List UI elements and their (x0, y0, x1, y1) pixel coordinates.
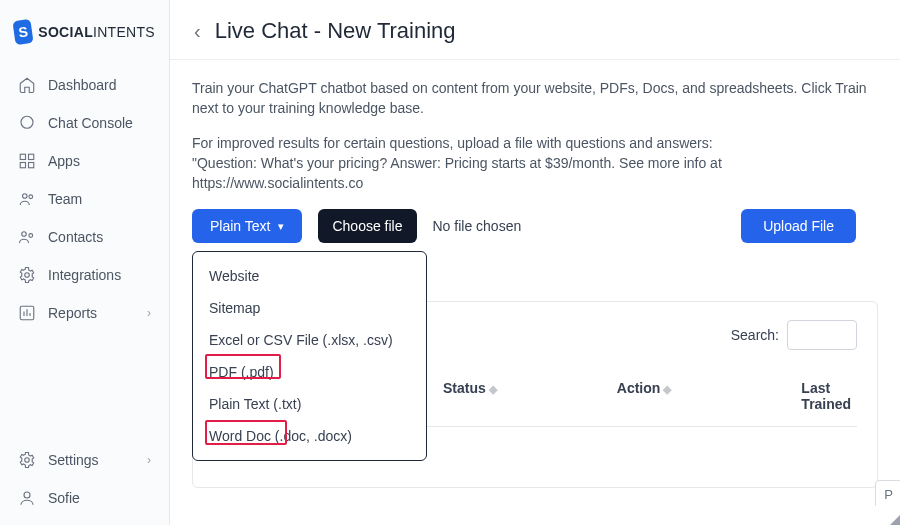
table-header-status[interactable]: Status◆ (443, 380, 497, 412)
search-input[interactable] (787, 320, 857, 350)
sidebar-item-label: Chat Console (48, 115, 133, 131)
svg-point-12 (24, 492, 30, 498)
dropdown-item-sitemap[interactable]: Sitemap (193, 292, 426, 324)
sort-icon: ◆ (489, 383, 497, 395)
svg-point-9 (25, 273, 30, 278)
sidebar-item-integrations[interactable]: Integrations (8, 258, 161, 292)
logo[interactable]: S SOCIALINTENTS (0, 0, 169, 68)
sidebar-item-label: Contacts (48, 229, 103, 245)
chart-icon (18, 304, 36, 322)
sidebar-item-dashboard[interactable]: Dashboard (8, 68, 161, 102)
svg-rect-3 (20, 163, 25, 168)
sidebar-item-contacts[interactable]: Contacts (8, 220, 161, 254)
chevron-right-icon: › (147, 306, 151, 320)
chevron-right-icon: › (147, 453, 151, 467)
brand-name: SOCIALINTENTS (38, 24, 155, 40)
logo-mark-icon: S (12, 19, 33, 45)
type-dropdown-button[interactable]: Plain Text ▾ (192, 209, 302, 243)
dropdown-item-plain-text[interactable]: Plain Text (.txt) (193, 388, 426, 420)
chat-icon (18, 114, 36, 132)
intro-text-1: Train your ChatGPT chatbot based on cont… (192, 78, 878, 119)
sidebar-item-apps[interactable]: Apps (8, 144, 161, 178)
svg-point-7 (22, 232, 27, 237)
user-icon (18, 489, 36, 507)
sidebar-item-settings[interactable]: Settings › (8, 441, 161, 479)
sidebar-item-label: Dashboard (48, 77, 117, 93)
upload-file-button[interactable]: Upload File (741, 209, 856, 243)
settings-icon (18, 451, 36, 469)
users-icon (18, 190, 36, 208)
upload-controls-row: Plain Text ▾ Choose file No file chosen … (192, 209, 878, 243)
svg-rect-1 (20, 154, 25, 159)
page-header: ‹ Live Chat - New Training (170, 0, 900, 60)
sidebar-item-label: Reports (48, 305, 97, 321)
sidebar-item-reports[interactable]: Reports › (8, 296, 161, 330)
dropdown-item-pdf[interactable]: PDF (.pdf) (193, 356, 426, 388)
choose-file-button[interactable]: Choose file (318, 209, 416, 243)
sidebar-item-label: Sofie (48, 490, 80, 506)
sidebar-item-label: Integrations (48, 267, 121, 283)
file-status-text: No file chosen (433, 218, 522, 234)
page-title: Live Chat - New Training (215, 18, 456, 44)
back-button[interactable]: ‹ (190, 20, 205, 43)
sidebar-item-label: Apps (48, 153, 80, 169)
svg-point-11 (25, 458, 30, 463)
sidebar-item-label: Settings (48, 452, 99, 468)
sidebar-bottom: Settings › Sofie (0, 441, 169, 525)
dropdown-item-word-doc[interactable]: Word Doc (.doc, .docx) (193, 420, 426, 452)
intro-text-2: For improved results for certain questio… (192, 133, 878, 194)
gear-icon (18, 266, 36, 284)
sidebar-item-team[interactable]: Team (8, 182, 161, 216)
dropdown-item-website[interactable]: Website (193, 260, 426, 292)
type-dropdown-menu: Website Sitemap Excel or CSV File (.xlsx… (192, 251, 427, 461)
chevron-down-icon: ▾ (278, 220, 284, 233)
svg-point-6 (29, 195, 33, 199)
table-header-action[interactable]: Action◆ (617, 380, 672, 412)
main-content: ‹ Live Chat - New Training Train your Ch… (170, 0, 900, 525)
content-area: Train your ChatGPT chatbot based on cont… (170, 60, 900, 506)
svg-rect-2 (29, 154, 34, 159)
sort-icon: ◆ (663, 383, 671, 395)
search-label: Search: (731, 327, 779, 343)
svg-point-5 (23, 194, 28, 199)
sidebar-item-label: Team (48, 191, 82, 207)
svg-point-8 (29, 234, 33, 238)
home-icon (18, 76, 36, 94)
grid-icon (18, 152, 36, 170)
sidebar-item-user[interactable]: Sofie (8, 479, 161, 517)
resize-handle-icon[interactable] (890, 515, 900, 525)
dropdown-item-excel-csv[interactable]: Excel or CSV File (.xlsx, .csv) (193, 324, 426, 356)
nav-main: Dashboard Chat Console Apps Team Contact… (0, 68, 169, 330)
svg-rect-4 (29, 163, 34, 168)
pagination-prev[interactable]: P (875, 480, 900, 506)
contacts-icon (18, 228, 36, 246)
sidebar: S SOCIALINTENTS Dashboard Chat Console A… (0, 0, 170, 525)
sidebar-item-chat-console[interactable]: Chat Console (8, 106, 161, 140)
table-header-last-trained[interactable]: Last Trained (801, 380, 857, 412)
